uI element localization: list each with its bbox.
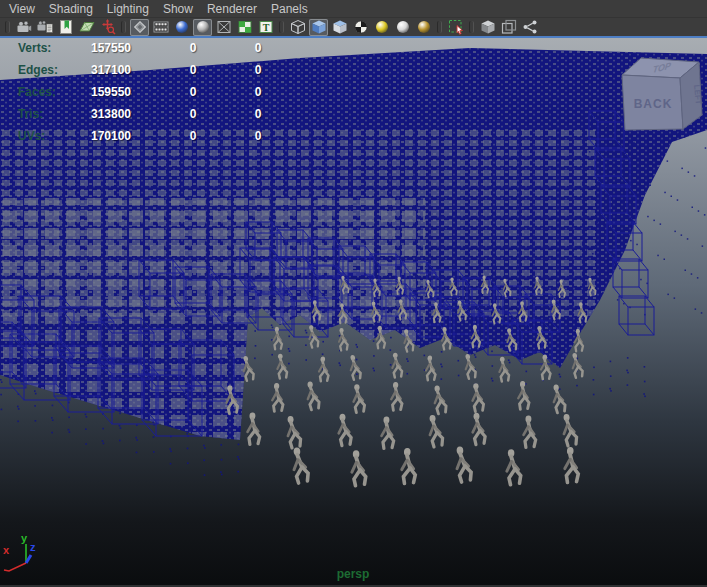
hud-col3-value: 0 [245, 41, 271, 55]
no-texture-icon[interactable] [214, 19, 233, 36]
image-plane-icon[interactable] [77, 19, 96, 36]
isolate-select-icon[interactable] [446, 19, 465, 36]
hud-label: Verts: [18, 41, 51, 55]
hud-value: 157550 [55, 41, 131, 55]
hud-row-uvs: UVs:17010000 [0, 129, 300, 151]
toolbar-separator [279, 21, 284, 33]
subdiv-cube-icon[interactable] [478, 19, 497, 36]
share-nodes-icon[interactable] [520, 19, 539, 36]
maya-panel: ViewShadingLightingShowRendererPanels T … [0, 0, 707, 587]
hud-row-edges: Edges:31710000 [0, 63, 300, 85]
hud-col3-value: 0 [245, 63, 271, 77]
view-cube[interactable]: BACK TOP LEFT [622, 58, 703, 130]
hud-col2-value: 0 [180, 85, 206, 99]
panel-toolbar: T [0, 18, 707, 36]
wireframe-mode-icon[interactable] [288, 19, 307, 36]
axis-y-label: y [21, 532, 28, 544]
hud-value: 317100 [55, 63, 131, 77]
menu-shading[interactable]: Shading [42, 2, 100, 16]
hud-label: Tris: [18, 107, 43, 121]
gate-mask-icon[interactable] [130, 19, 149, 36]
toolbar-separator [5, 21, 10, 33]
shaded-sphere-icon[interactable] [172, 19, 191, 36]
hud-label: Edges: [18, 63, 58, 77]
hud-col3-value: 0 [245, 85, 271, 99]
yellow-light-icon[interactable] [372, 19, 391, 36]
axis-z-label: z [30, 541, 36, 553]
camera-name-label: persp [337, 567, 370, 581]
poly-count-hud: Verts:15755000Edges:31710000Faces:159550… [0, 41, 300, 151]
hud-value: 170100 [55, 129, 131, 143]
hud-row-verts: Verts:15755000 [0, 41, 300, 63]
camera-attributes-icon[interactable] [35, 19, 54, 36]
hud-col3-value: 0 [245, 129, 271, 143]
hud-row-tris: Tris:31380000 [0, 107, 300, 129]
pan-zoom-icon[interactable] [98, 19, 117, 36]
toolbar-separator [437, 21, 442, 33]
select-camera-icon[interactable] [14, 19, 33, 36]
menu-lighting[interactable]: Lighting [100, 2, 156, 16]
hud-col2-value: 0 [180, 63, 206, 77]
menu-view[interactable]: View [2, 2, 42, 16]
film-gate-icon[interactable] [151, 19, 170, 36]
white-light-icon[interactable] [393, 19, 412, 36]
hud-label: Faces: [18, 85, 56, 99]
menu-renderer[interactable]: Renderer [200, 2, 264, 16]
hud-row-faces: Faces:15955000 [0, 85, 300, 107]
axis-x-label: x [3, 544, 10, 556]
text-display-icon[interactable]: T [256, 19, 275, 36]
bookmark-icon[interactable] [56, 19, 75, 36]
toolbar-separator [121, 21, 126, 33]
menu-show[interactable]: Show [156, 2, 200, 16]
smooth-shade-mode-icon[interactable] [309, 19, 328, 36]
xray-icon[interactable] [499, 19, 518, 36]
menu-panels[interactable]: Panels [264, 2, 315, 16]
use-default-material-icon[interactable] [351, 19, 370, 36]
hud-col2-value: 0 [180, 129, 206, 143]
hud-label: UVs: [18, 129, 45, 143]
view-cube-front-label: BACK [634, 97, 673, 111]
panel-menu-bar: ViewShadingLightingShowRendererPanels [0, 0, 707, 18]
viewport-3d[interactable]: BACK TOP LEFT y x z persp Verts:15755000… [0, 38, 707, 587]
hud-col2-value: 0 [180, 41, 206, 55]
hud-value: 313800 [55, 107, 131, 121]
toolbar-separator [469, 21, 474, 33]
hud-value: 159550 [55, 85, 131, 99]
hud-col3-value: 0 [245, 107, 271, 121]
textured-display-icon[interactable] [235, 19, 254, 36]
default-material-icon[interactable] [193, 19, 212, 36]
svg-text:T: T [262, 22, 269, 33]
flat-shade-mode-icon[interactable] [330, 19, 349, 36]
hud-col2-value: 0 [180, 107, 206, 121]
gold-light-icon[interactable] [414, 19, 433, 36]
